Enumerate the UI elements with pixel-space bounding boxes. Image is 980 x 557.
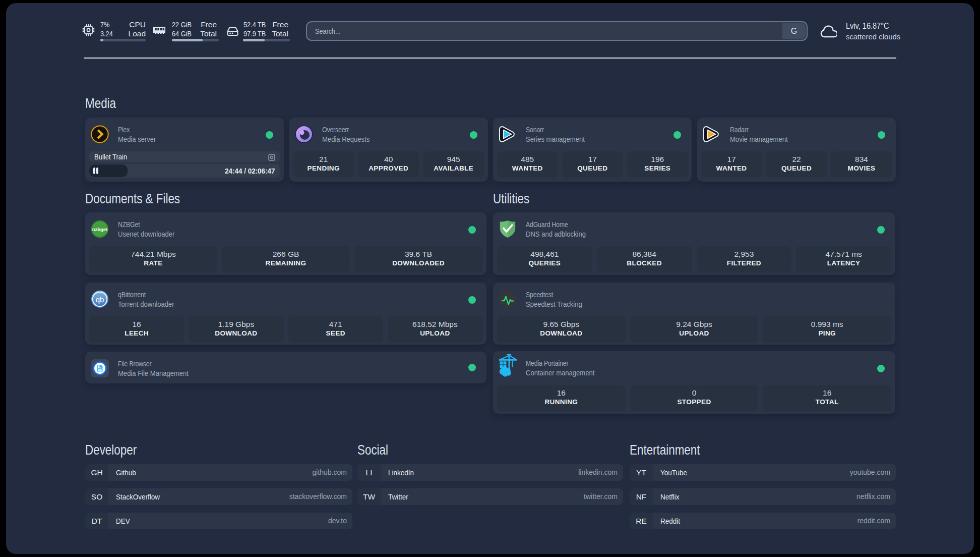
svg-text:nzbget: nzbget [92,227,108,232]
svg-text:qb: qb [96,295,104,304]
